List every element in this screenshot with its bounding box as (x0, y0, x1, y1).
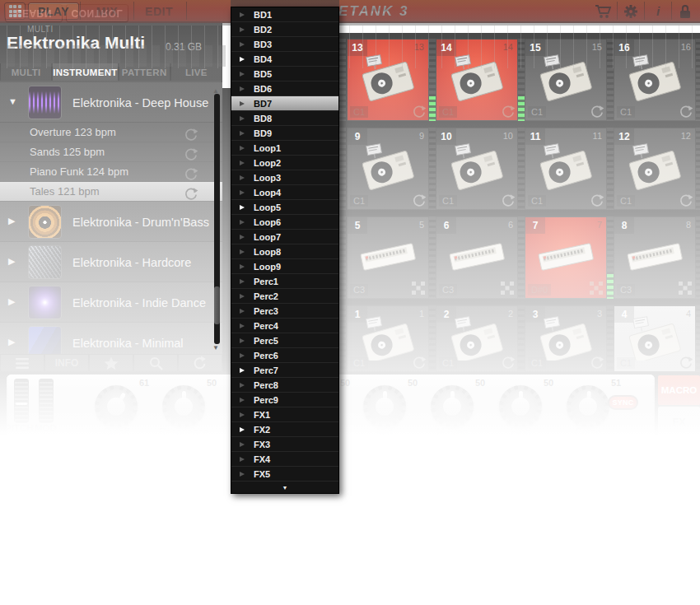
menu-item-label: BD4 (254, 54, 272, 64)
submenu-arrow-icon (240, 57, 245, 62)
submenu-arrow-icon (240, 42, 245, 47)
menu-item-bd2[interactable]: BD2 (231, 22, 338, 37)
submenu-arrow-icon (240, 294, 245, 299)
menu-item-loop6[interactable]: Loop6 (231, 215, 338, 230)
submenu-arrow-icon (240, 264, 245, 269)
submenu-arrow-icon (240, 353, 245, 358)
menu-item-label: Loop6 (254, 217, 281, 227)
scroll-more-icon[interactable]: ▼ (231, 482, 338, 493)
menu-item-fx2[interactable]: FX2 (231, 422, 338, 437)
menu-item-perc1[interactable]: Perc1 (231, 274, 338, 289)
menu-item-bd5[interactable]: BD5 (231, 67, 338, 81)
submenu-arrow-icon (240, 383, 245, 388)
scroll-down-icon[interactable]: ▼ (212, 344, 219, 351)
submenu-arrow-icon (240, 220, 245, 225)
menu-item-label: Perc8 (254, 380, 278, 390)
submenu-arrow-icon (240, 27, 245, 32)
submenu-arrow-icon (240, 457, 245, 462)
submenu-arrow-icon (240, 442, 245, 447)
menu-item-label: BD6 (254, 84, 272, 94)
submenu-arrow-icon (240, 472, 245, 477)
menu-item-label: FX2 (254, 425, 270, 435)
menu-item-label: Loop4 (254, 188, 281, 198)
menu-item-fx5[interactable]: FX5 (231, 467, 338, 482)
menu-item-label: Loop2 (254, 158, 281, 168)
submenu-arrow-icon (240, 101, 245, 106)
menu-item-label: Perc4 (254, 321, 278, 331)
menu-item-label: BD7 (254, 99, 272, 109)
menu-item-label: Perc1 (254, 277, 278, 286)
submenu-arrow-icon (240, 368, 245, 373)
menu-item-perc3[interactable]: Perc3 (231, 304, 338, 319)
menu-item-perc8[interactable]: Perc8 (231, 378, 338, 393)
menu-item-label: FX3 (254, 440, 270, 449)
menu-item-label: BD9 (254, 128, 272, 138)
submenu-arrow-icon (240, 72, 245, 77)
menu-item-bd4[interactable]: BD4 (231, 52, 338, 67)
submenu-arrow-icon (240, 249, 245, 254)
menu-item-label: FX5 (254, 469, 270, 479)
menu-item-bd8[interactable]: BD8 (231, 111, 338, 126)
menu-item-label: Loop5 (254, 202, 281, 212)
submenu-arrow-icon (240, 427, 245, 432)
menu-item-loop3[interactable]: Loop3 (231, 170, 338, 185)
menu-item-label: BD3 (254, 40, 272, 49)
submenu-arrow-icon (240, 190, 245, 195)
menu-item-label: BD5 (254, 69, 272, 79)
menu-item-label: Perc3 (254, 306, 278, 316)
menu-item-perc2[interactable]: Perc2 (231, 289, 338, 304)
menu-item-loop9[interactable]: Loop9 (231, 259, 338, 274)
submenu-arrow-icon (240, 12, 245, 17)
menu-item-loop2[interactable]: Loop2 (231, 156, 338, 170)
submenu-arrow-icon (240, 398, 245, 403)
sampletank-window: PLAYMIXEDIT ETANK 3 i MULTI Elektronika … (0, 0, 700, 605)
menu-item-label: BD8 (254, 114, 272, 123)
submenu-arrow-icon (240, 279, 245, 284)
menu-item-bd3[interactable]: BD3 (231, 37, 338, 52)
scrollbar-thumb[interactable] (214, 286, 220, 324)
submenu-arrow-icon (240, 161, 245, 165)
menu-item-loop1[interactable]: Loop1 (231, 141, 338, 156)
menu-item-label: BD2 (254, 25, 272, 35)
instrument-dropdown-menu: BD1BD2BD3BD4BD5BD6BD7BD8BD9Loop1Loop2Loo… (231, 7, 339, 494)
menu-item-loop4[interactable]: Loop4 (231, 185, 338, 200)
menu-item-bd7[interactable]: BD7 (231, 96, 338, 111)
menu-item-label: Perc2 (254, 291, 278, 301)
menu-item-label: Perc7 (254, 365, 278, 375)
menu-item-label: FX1 (254, 410, 270, 420)
submenu-arrow-icon (240, 235, 245, 240)
menu-item-label: Loop9 (254, 262, 281, 272)
list-scrollbar[interactable] (214, 94, 220, 344)
menu-item-perc9[interactable]: Perc9 (231, 393, 338, 407)
menu-item-loop8[interactable]: Loop8 (231, 244, 338, 259)
menu-item-label: BD1 (254, 10, 272, 20)
menu-item-label: Perc9 (254, 395, 278, 405)
submenu-arrow-icon (240, 131, 245, 136)
menu-item-bd1[interactable]: BD1 (231, 7, 338, 22)
submenu-arrow-icon (240, 146, 245, 151)
submenu-arrow-icon (240, 338, 245, 343)
reflection-fade (0, 0, 700, 88)
menu-item-perc5[interactable]: Perc5 (231, 333, 338, 348)
menu-item-fx3[interactable]: FX3 (231, 437, 338, 452)
menu-item-perc7[interactable]: Perc7 (231, 363, 338, 378)
desk-reflection: LEARNCONTROL ▼ (0, 0, 700, 88)
menu-item-label: Loop8 (254, 247, 281, 257)
submenu-arrow-icon (240, 86, 245, 91)
menu-item-label: FX4 (254, 454, 270, 464)
submenu-arrow-icon (240, 116, 245, 121)
menu-item-bd6[interactable]: BD6 (231, 81, 338, 96)
menu-item-perc4[interactable]: Perc4 (231, 319, 338, 333)
menu-item-loop5[interactable]: Loop5 (231, 200, 338, 215)
menu-item-label: Perc5 (254, 336, 278, 346)
menu-item-fx4[interactable]: FX4 (231, 452, 338, 467)
menu-item-bd9[interactable]: BD9 (231, 126, 338, 141)
menu-item-perc6[interactable]: Perc6 (231, 348, 338, 363)
submenu-arrow-icon (240, 412, 245, 417)
submenu-arrow-icon (240, 175, 245, 180)
scroll-up-icon[interactable]: ▲ (212, 87, 219, 95)
menu-item-loop7[interactable]: Loop7 (231, 230, 338, 244)
submenu-arrow-icon (240, 323, 245, 328)
menu-item-fx1[interactable]: FX1 (231, 407, 338, 422)
menu-item-label: Loop1 (254, 143, 281, 153)
